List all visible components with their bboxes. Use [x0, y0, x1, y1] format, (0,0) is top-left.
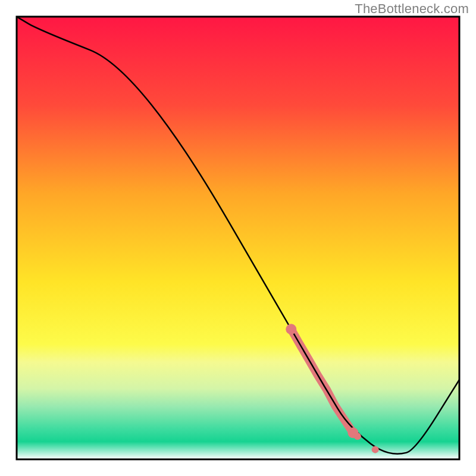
highlight-point — [372, 446, 379, 453]
watermark-text: TheBottleneck.com — [355, 1, 469, 17]
highlight-point — [347, 427, 358, 438]
bottleneck-chart: TheBottleneck.com — [0, 0, 476, 476]
chart-svg — [0, 0, 476, 476]
highlight-point — [286, 324, 296, 334]
